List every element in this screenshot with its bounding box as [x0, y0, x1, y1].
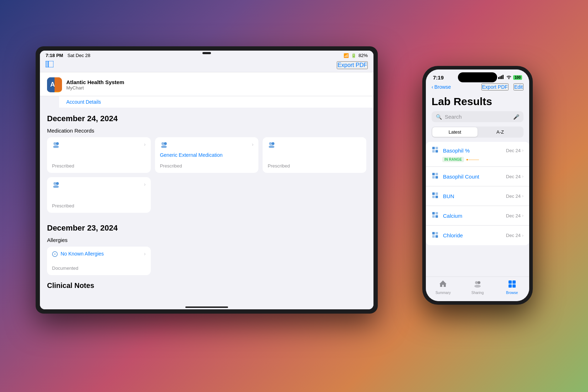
svg-rect-19	[498, 77, 499, 79]
lab-name-chloride: Chloride	[443, 232, 463, 238]
tab-browse[interactable]: Browse	[495, 280, 529, 295]
tablet-screen: 7:18 PM Sat Dec 28 📶 🔋 82% Export PDF	[40, 51, 373, 309]
svg-rect-0	[46, 61, 48, 67]
chevron-right-2: ›	[252, 141, 254, 147]
svg-rect-48	[512, 280, 516, 284]
med-status-2: Prescribed	[160, 163, 254, 169]
svg-point-12	[269, 142, 272, 145]
lab-item-calcium[interactable]: Calcium Dec 24 ›	[426, 206, 529, 226]
lab-item-chloride[interactable]: Chloride Dec 24 ›	[426, 226, 529, 245]
tab-sharing-label: Sharing	[471, 291, 484, 295]
svg-rect-21	[501, 76, 502, 79]
med-card-3[interactable]: Prescribed	[263, 137, 366, 173]
lab-item-basophil-count[interactable]: Basophil Count Dec 24 ›	[426, 167, 529, 186]
wifi-icon: 📶	[344, 53, 349, 58]
svg-rect-50	[512, 284, 516, 288]
med-card-2[interactable]: › Generic External Medication Prescribed	[155, 137, 259, 173]
med-status-3: Prescribed	[268, 163, 361, 169]
tablet-date: Sat Dec 28	[67, 53, 90, 58]
segment-latest[interactable]: Latest	[432, 127, 478, 137]
svg-rect-34	[432, 196, 435, 198]
svg-rect-35	[435, 196, 438, 198]
tablet-status-right: 📶 🔋 82%	[344, 53, 368, 58]
account-details-link[interactable]: Account Details	[59, 96, 373, 108]
search-bar[interactable]: 🔍 Search 🎤	[432, 111, 523, 122]
svg-rect-30	[432, 176, 435, 179]
chevron-right-1: ›	[144, 141, 146, 147]
svg-rect-25	[435, 147, 438, 149]
svg-point-46	[474, 285, 481, 288]
lab-date-calcium: Dec 24	[506, 213, 521, 218]
svg-rect-4	[55, 77, 62, 92]
tablet-status-bar: 7:18 PM Sat Dec 28 📶 🔋 82%	[40, 51, 373, 60]
lab-chevron-4: ›	[522, 233, 523, 238]
svg-point-16	[56, 182, 59, 185]
phone: 7:19	[422, 66, 533, 305]
phone-status-right: 100	[498, 75, 522, 80]
home-indicator	[185, 306, 228, 308]
tab-summary[interactable]: Summary	[426, 280, 460, 295]
segment-az[interactable]: A-Z	[478, 127, 523, 137]
lab-item-bun[interactable]: BUN Dec 24 ›	[426, 186, 529, 206]
app-icon: A	[47, 77, 62, 92]
svg-rect-22	[502, 75, 504, 79]
battery-pct: 82%	[359, 53, 368, 58]
svg-point-6	[53, 142, 56, 145]
svg-rect-36	[432, 212, 435, 215]
phone-screen: 7:19	[426, 69, 529, 301]
search-icon: 🔍	[436, 114, 442, 120]
allergy-link[interactable]: No Known Allergies	[52, 251, 104, 257]
svg-rect-37	[435, 212, 438, 215]
phone-content: Lab Results 🔍 Search 🎤 Latest A-Z	[426, 93, 529, 277]
phone-edit-button[interactable]: Edit	[514, 83, 523, 91]
sidebar-toggle-button[interactable]	[46, 61, 53, 69]
battery-icon: 🔋	[351, 53, 356, 58]
med-card-1[interactable]: › Prescribed	[47, 137, 151, 173]
allergy-card-1[interactable]: No Known Allergies › Documented	[47, 247, 151, 275]
phone-signal-icon	[498, 75, 505, 80]
tablet: 7:18 PM Sat Dec 28 📶 🔋 82% Export PDF	[36, 46, 378, 314]
svg-rect-41	[435, 232, 438, 234]
svg-rect-28	[432, 173, 435, 175]
tablet-camera	[202, 52, 211, 54]
tablet-time: 7:18 PM	[46, 53, 63, 58]
lab-icon-chloride	[432, 231, 439, 240]
phone-nav: ‹ Browse Export PDF Edit	[426, 82, 529, 93]
lab-icon-basophil-pct	[432, 146, 439, 155]
tab-summary-label: Summary	[435, 291, 451, 295]
med-cards-row-2: › Prescribed	[40, 177, 373, 217]
svg-point-45	[478, 281, 480, 284]
phone-time: 7:19	[433, 74, 444, 81]
tab-sharing[interactable]: Sharing	[460, 280, 495, 295]
search-placeholder: Search	[445, 114, 510, 120]
svg-point-44	[475, 281, 478, 284]
allergies-section: Allergies No Known Allergies ›	[40, 236, 373, 279]
sharing-icon	[473, 280, 482, 290]
med-status-4: Prescribed	[52, 203, 146, 208]
svg-rect-29	[435, 173, 438, 175]
med-card-4[interactable]: › Prescribed	[47, 177, 151, 213]
svg-text:A: A	[50, 81, 55, 88]
med-link-2[interactable]: Generic External Medication	[160, 152, 254, 158]
svg-rect-42	[432, 235, 435, 238]
lab-item-basophil-pct[interactable]: Basophil % Dec 24 › IN RANGE ●———	[426, 142, 529, 167]
export-pdf-button[interactable]: Export PDF	[337, 61, 368, 69]
tab-browse-label: Browse	[506, 291, 518, 295]
app-name: Atlantic Health System	[66, 79, 366, 85]
app-header: A Atlantic Health System MyChart	[40, 72, 373, 96]
dynamic-island	[458, 72, 497, 82]
tablet-status-left: 7:18 PM Sat Dec 28	[46, 53, 90, 58]
tablet-home-bar	[40, 305, 373, 309]
browse-back-button[interactable]: ‹ Browse	[432, 84, 451, 90]
med-card-1-top: ›	[52, 141, 146, 149]
med-icon-3	[268, 141, 275, 149]
svg-point-13	[272, 142, 274, 145]
battery-badge: 100	[513, 75, 522, 80]
allergy-status: Documented	[52, 265, 78, 271]
svg-point-17	[53, 185, 59, 188]
lab-name-basophil-count: Basophil Count	[443, 174, 479, 180]
lab-name-basophil-pct: Basophil %	[443, 148, 470, 154]
lab-date-bun: Dec 24	[506, 194, 521, 199]
phone-export-pdf-button[interactable]: Export PDF	[481, 83, 509, 91]
allergy-card-top: No Known Allergies ›	[52, 251, 146, 257]
